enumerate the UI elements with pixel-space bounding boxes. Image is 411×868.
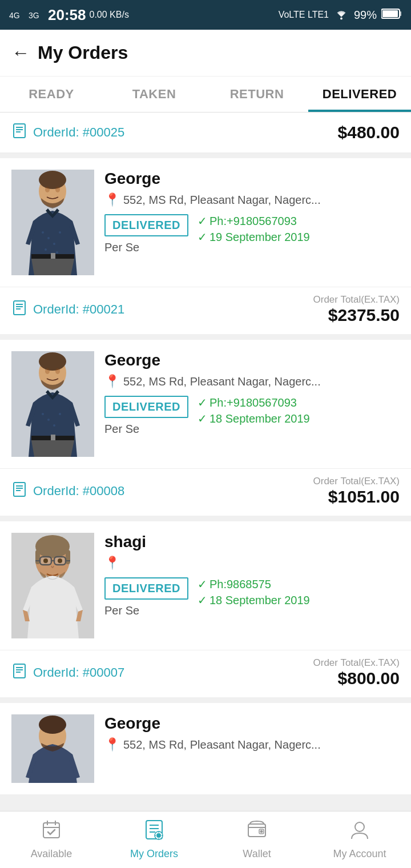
status-row-2: DELIVERED Per Se ✓ Ph:+9180567093 ✓ 18 S… xyxy=(104,396,400,436)
receipt-icon-2 xyxy=(11,481,27,501)
pin-icon-1: 📍 xyxy=(104,192,120,207)
card-bottom-3: OrderId: #00007 Order Total(Ex.TAX) $800… xyxy=(0,650,411,697)
svg-point-78 xyxy=(355,822,364,831)
svg-point-12 xyxy=(39,171,66,189)
svg-rect-23 xyxy=(14,301,25,315)
status-row-1: DELIVERED Per Se ✓ Ph:+9180567093 ✓ 19 S… xyxy=(104,214,400,254)
wifi-icon xyxy=(333,7,349,23)
receipt-icon-3 xyxy=(11,663,27,682)
svg-rect-5 xyxy=(382,10,398,17)
battery-percent: 99% xyxy=(354,9,377,22)
volte-icon: VoLTE LTE1 xyxy=(279,10,329,20)
card-info-2: George 📍 552, MS Rd, Pleasant Nagar, Nag… xyxy=(104,351,400,457)
svg-text:4G: 4G xyxy=(9,11,20,20)
speed-display: 0.00 KB/s xyxy=(90,10,129,20)
status-right: VoLTE LTE1 99% xyxy=(279,7,402,23)
nav-my-orders-label: My Orders xyxy=(130,848,178,860)
svg-point-44 xyxy=(35,535,70,558)
order-summary-bar: OrderId: #00025 $480.00 xyxy=(0,112,411,154)
svg-point-16 xyxy=(59,231,61,234)
tab-return[interactable]: RETURN xyxy=(206,77,308,112)
svg-point-30 xyxy=(42,413,44,415)
tab-ready[interactable]: READY xyxy=(0,77,103,112)
ex-tax-1: Order Total(Ex.TAX) xyxy=(313,294,400,306)
orders-icon xyxy=(144,819,164,845)
product-image-2 xyxy=(11,351,94,457)
date-line-3: ✓ 18 September 2019 xyxy=(198,593,310,607)
nav-wallet[interactable]: Wallet xyxy=(206,811,308,868)
nav-my-account-label: My Account xyxy=(333,848,386,860)
receipt-icon-small xyxy=(11,123,27,142)
svg-point-15 xyxy=(53,243,55,245)
summary-total: $480.00 xyxy=(338,123,400,142)
status-bar: 4G 3G 20:58 0.00 KB/s VoLTE LTE1 99% xyxy=(0,0,411,30)
address-line-3: 📍 xyxy=(104,556,400,570)
svg-point-52 xyxy=(43,558,48,563)
nav-my-account[interactable]: My Account xyxy=(308,811,411,868)
order-card-1: George 📍 552, MS Rd, Pleasant Nagar, Nag… xyxy=(0,158,411,334)
contact-info-1: ✓ Ph:+9180567093 ✓ 19 September 2019 xyxy=(198,214,310,244)
svg-point-70 xyxy=(157,834,160,837)
wallet-icon xyxy=(247,819,267,845)
ex-tax-3: Order Total(Ex.TAX) xyxy=(313,657,400,669)
per-se-1: Per Se xyxy=(104,241,188,254)
svg-point-53 xyxy=(58,558,62,563)
date-line-2: ✓ 18 September 2019 xyxy=(198,412,310,425)
signal-4g: 4G xyxy=(9,7,25,23)
order-id-3: OrderId: #00007 xyxy=(11,663,124,682)
status-badge-3: DELIVERED xyxy=(104,577,188,600)
partial-card: George 📍 552, MS Rd, Pleasant Nagar, Nag… xyxy=(0,703,411,794)
status-left: 4G 3G 20:58 0.00 KB/s xyxy=(9,6,129,24)
svg-rect-38 xyxy=(14,483,25,496)
svg-text:3G: 3G xyxy=(29,11,39,20)
svg-point-29 xyxy=(39,352,66,371)
contact-info-2: ✓ Ph:+9180567093 ✓ 18 September 2019 xyxy=(198,396,310,425)
address-line-1: 📍 552, MS Rd, Pleasant Nagar, Nagerc... xyxy=(104,192,400,207)
svg-point-32 xyxy=(53,424,55,427)
signal-3g: 3G xyxy=(29,7,45,23)
svg-rect-54 xyxy=(14,664,25,678)
svg-point-37 xyxy=(55,368,60,374)
phone-line-2: ✓ Ph:+9180567093 xyxy=(198,396,310,409)
pin-icon-3: 📍 xyxy=(104,556,120,570)
svg-point-60 xyxy=(39,716,66,734)
svg-point-17 xyxy=(45,248,47,251)
card-info-1: George 📍 552, MS Rd, Pleasant Nagar, Nag… xyxy=(104,170,400,275)
tab-taken[interactable]: TAKEN xyxy=(103,77,206,112)
nav-available[interactable]: Available xyxy=(0,811,103,868)
customer-name-2: George xyxy=(104,351,400,369)
order-total-2: $1051.00 xyxy=(313,487,400,507)
receipt-icon-1 xyxy=(11,300,27,319)
address-line-2: 📍 552, MS Rd, Pleasant Nagar, Nagerc... xyxy=(104,374,400,389)
tabs-container: READY TAKEN RETURN DELIVERED xyxy=(0,77,411,112)
address-line-4: 📍 552, MS Rd, Pleasant Nagar, Nagerc... xyxy=(104,737,400,752)
order-card-3: shagi 📍 DELIVERED Per Se ✓ Ph:9868575 ✓ xyxy=(0,521,411,697)
ex-tax-2: Order Total(Ex.TAX) xyxy=(313,476,400,487)
tab-delivered[interactable]: DELIVERED xyxy=(308,77,411,112)
back-button[interactable]: ← xyxy=(11,42,30,63)
svg-point-14 xyxy=(47,237,50,239)
time-display: 20:58 xyxy=(48,6,86,24)
svg-rect-6 xyxy=(14,124,25,138)
nav-my-orders[interactable]: My Orders xyxy=(103,811,206,868)
phone-line-3: ✓ Ph:9868575 xyxy=(198,577,310,591)
svg-point-36 xyxy=(45,368,50,374)
pin-icon-4: 📍 xyxy=(104,737,120,752)
order-total-3: $800.00 xyxy=(313,669,400,688)
customer-name-4: George xyxy=(104,714,400,733)
svg-point-13 xyxy=(42,231,44,234)
svg-point-77 xyxy=(261,831,263,833)
customer-name-1: George xyxy=(104,170,400,188)
calendar-check-icon xyxy=(41,819,62,845)
summary-order-id: OrderId: #00025 xyxy=(11,123,124,142)
card-info-4: George 📍 552, MS Rd, Pleasant Nagar, Nag… xyxy=(104,714,400,783)
order-id-1: OrderId: #00021 xyxy=(11,300,124,319)
order-card-2: George 📍 552, MS Rd, Pleasant Nagar, Nag… xyxy=(0,340,411,516)
svg-rect-4 xyxy=(400,11,401,16)
contact-info-3: ✓ Ph:9868575 ✓ 18 September 2019 xyxy=(198,577,310,607)
phone-line-1: ✓ Ph:+9180567093 xyxy=(198,214,310,228)
svg-point-33 xyxy=(59,413,61,415)
card-info-3: shagi 📍 DELIVERED Per Se ✓ Ph:9868575 ✓ xyxy=(104,533,400,638)
per-se-2: Per Se xyxy=(104,423,188,436)
svg-point-2 xyxy=(340,17,342,19)
